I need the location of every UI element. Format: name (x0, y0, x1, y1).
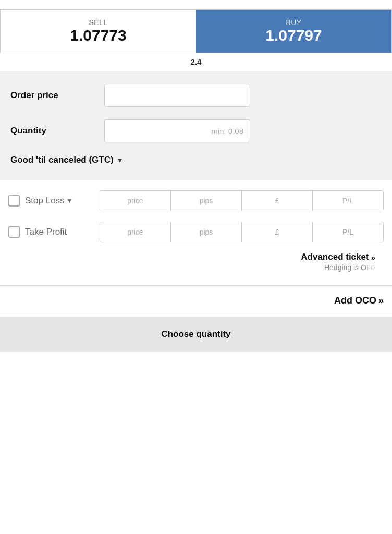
take-profit-tab-pips[interactable]: pips (171, 222, 242, 242)
advanced-ticket-label: Advanced ticket (301, 252, 369, 262)
take-profit-tab-price[interactable]: price (100, 222, 171, 242)
buy-button[interactable]: BUY 1.07797 (196, 10, 391, 53)
stop-loss-label: Stop Loss (25, 196, 65, 206)
take-profit-checkbox[interactable] (8, 226, 20, 238)
quantity-input[interactable] (104, 119, 250, 142)
gtc-chevron-icon: ▼ (117, 156, 124, 164)
trade-header: SELL 1.07773 BUY 1.07797 (0, 9, 392, 53)
spread-row: 2.4 (0, 53, 392, 71)
stop-loss-chevron-icon: ▼ (67, 197, 73, 204)
stop-loss-tab-pips[interactable]: pips (171, 191, 242, 211)
choose-quantity-button[interactable]: Choose quantity (8, 324, 384, 345)
buy-label: BUY (206, 18, 381, 27)
add-oco-row: Add OCO » (0, 286, 392, 314)
order-price-row: Order price (10, 84, 382, 107)
stop-loss-tab-pl[interactable]: P/L (313, 191, 383, 211)
quantity-row: Quantity (10, 119, 382, 142)
stop-loss-price-tabs: price pips £ P/L (100, 190, 384, 211)
sell-label: SELL (11, 18, 186, 27)
quantity-label: Quantity (10, 126, 104, 136)
sell-button[interactable]: SELL 1.07773 (1, 10, 196, 53)
stop-loss-tab-currency[interactable]: £ (242, 191, 313, 211)
sell-price: 1.07773 (11, 27, 186, 44)
stop-loss-tab-price[interactable]: price (100, 191, 171, 211)
take-profit-price-tabs: price pips £ P/L (100, 222, 384, 242)
take-profit-tab-currency[interactable]: £ (242, 222, 313, 242)
spread-value: 2.4 (191, 57, 202, 66)
add-oco-link[interactable]: Add OCO » (334, 295, 384, 306)
add-oco-chevrons-icon: » (378, 295, 384, 306)
advanced-ticket-link[interactable]: Advanced ticket » (301, 252, 375, 262)
order-price-label: Order price (10, 90, 104, 101)
gtc-row[interactable]: Good 'til canceled (GTC) ▼ (10, 155, 382, 165)
take-profit-checkbox-wrap[interactable]: Take Profit (8, 226, 100, 238)
add-oco-label: Add OCO (334, 295, 376, 306)
order-price-input[interactable] (104, 84, 250, 107)
stop-loss-checkbox-wrap[interactable]: Stop Loss ▼ (8, 195, 100, 207)
sl-tp-section: Stop Loss ▼ price pips £ P/L Take Profit… (0, 180, 392, 285)
advanced-ticket-row: Advanced ticket » Hedging is OFF (8, 242, 384, 277)
take-profit-tab-pl[interactable]: P/L (313, 222, 383, 242)
hedging-status-label: Hedging is OFF (324, 263, 375, 272)
bottom-bar: Choose quantity (0, 317, 392, 352)
stop-loss-row: Stop Loss ▼ price pips £ P/L (8, 190, 384, 211)
gtc-label: Good 'til canceled (GTC) (10, 155, 114, 165)
advanced-ticket-chevrons-icon: » (371, 253, 375, 262)
take-profit-row: Take Profit price pips £ P/L (8, 222, 384, 242)
stop-loss-checkbox[interactable] (8, 195, 20, 207)
order-section: Order price Quantity Good 'til canceled … (0, 71, 392, 180)
buy-price: 1.07797 (206, 27, 381, 44)
take-profit-label: Take Profit (25, 227, 67, 237)
